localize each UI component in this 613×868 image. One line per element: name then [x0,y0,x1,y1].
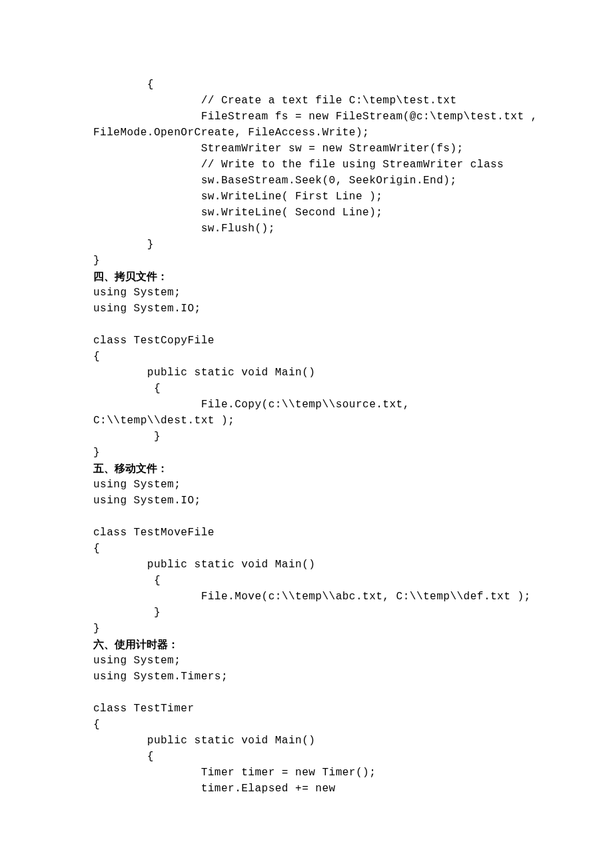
code-line: class TestTimer [93,701,520,717]
blank-line [93,317,520,333]
code-line: public static void Main() [93,733,520,749]
code-line: { [93,349,520,365]
code-line: } [93,445,520,461]
code-line: // Create a text file C:\temp\test.txt [93,93,520,109]
code-line: // Write to the file using StreamWriter … [93,157,520,173]
code-line: } [93,429,520,445]
code-line: sw.WriteLine( First Line ); [93,189,520,205]
code-line: } [93,605,520,621]
blank-line [93,685,520,701]
code-line: { [93,77,520,93]
code-line: C:\\temp\\dest.txt ); [93,413,520,429]
section-heading: 四、拷贝文件： [93,269,520,285]
code-line: File.Copy(c:\\temp\\source.txt, [93,397,520,413]
code-line: sw.WriteLine( Second Line); [93,205,520,221]
code-line: using System.IO; [93,301,520,317]
code-line: File.Move(c:\\temp\\abc.txt, C:\\temp\\d… [93,589,520,605]
code-line: public static void Main() [93,557,520,573]
section-heading: 五、移动文件： [93,461,520,477]
blank-line [93,509,520,525]
code-line: { [93,749,520,765]
code-line: using System; [93,285,520,301]
code-line: sw.BaseStream.Seek(0, SeekOrigin.End); [93,173,520,189]
code-line: using System.IO; [93,493,520,509]
code-line: } [93,237,520,253]
code-line: { [93,573,520,589]
code-line: } [93,621,520,637]
code-line: class TestMoveFile [93,525,520,541]
code-line: class TestCopyFile [93,333,520,349]
code-line: public static void Main() [93,365,520,381]
code-line: { [93,541,520,557]
code-line: using System.Timers; [93,669,520,685]
code-line: using System; [93,477,520,493]
code-line: using System; [93,653,520,669]
code-line: FileMode.OpenOrCreate, FileAccess.Write)… [93,125,520,141]
code-line: } [93,253,520,269]
code-line: StreamWriter sw = new StreamWriter(fs); [93,141,520,157]
code-line: timer.Elapsed += new [93,781,520,797]
code-line: sw.Flush(); [93,221,520,237]
document-content: { // Create a text file C:\temp\test.txt… [93,77,520,797]
code-line: { [93,381,520,397]
code-line: { [93,717,520,733]
section-heading: 六、使用计时器： [93,637,520,653]
code-line: Timer timer = new Timer(); [93,765,520,781]
code-line: FileStream fs = new FileStream(@c:\temp\… [93,109,520,125]
